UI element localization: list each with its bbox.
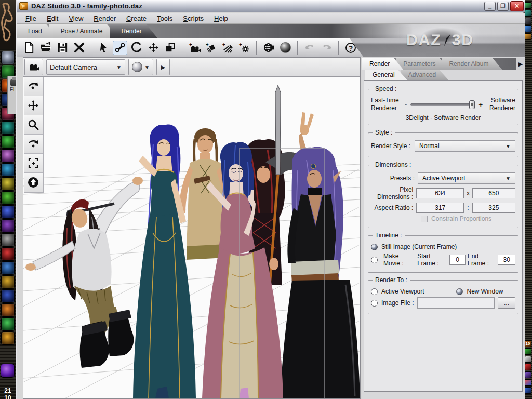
render-settings-button[interactable]	[278, 41, 292, 55]
app-icon	[19, 2, 28, 10]
slider-plus[interactable]: +	[477, 101, 484, 109]
desktop-icon-clover[interactable]	[1, 191, 15, 205]
end-frame-field[interactable]: 30	[498, 255, 515, 265]
rotate-view-button[interactable]	[24, 135, 43, 154]
desktop-icon-green-burst[interactable]	[1, 135, 15, 149]
image-file-field[interactable]	[417, 297, 495, 309]
open-file-button[interactable]	[38, 41, 53, 55]
desktop-icon-teal[interactable]	[1, 121, 15, 135]
tray-icon-document[interactable]	[525, 33, 531, 40]
tray-icon-feather[interactable]	[525, 25, 531, 32]
tray-icon-gem[interactable]	[525, 10, 531, 17]
delete-button[interactable]	[72, 41, 86, 55]
desktop-icon-blue-diamond[interactable]	[1, 289, 15, 303]
restore-button[interactable]: ❐	[497, 2, 509, 11]
create-camera-button[interactable]: +	[187, 41, 202, 55]
tray-icon-bars[interactable]	[525, 348, 531, 355]
desktop-icon-lightning[interactable]	[1, 205, 15, 219]
new-camera-icon: +	[189, 42, 201, 54]
create-point-light-button[interactable]: +	[237, 41, 251, 55]
start-frame-field[interactable]: 0	[449, 255, 465, 265]
desktop-icon-red[interactable]	[1, 247, 15, 261]
desktop-icon-cyan-star[interactable]	[1, 163, 15, 177]
close-button[interactable]: ✕	[510, 1, 524, 11]
reset-view-button[interactable]	[24, 173, 43, 192]
pixel-width-field[interactable]: 634	[416, 188, 464, 198]
aspect-height-field[interactable]: 325	[472, 203, 515, 213]
make-movie-radio[interactable]	[371, 257, 378, 263]
camera-menu-button[interactable]	[24, 59, 43, 75]
orbit-button[interactable]	[24, 77, 43, 96]
tray-icon-computer[interactable]	[525, 371, 531, 378]
panel-subtab-advanced[interactable]: Advanced	[401, 70, 448, 80]
desktop-icon-blue-skeleton[interactable]	[1, 261, 15, 275]
pixel-height-field[interactable]: 650	[472, 188, 515, 198]
browse-button[interactable]: ...	[498, 297, 515, 309]
desktop-icon-gray[interactable]	[1, 233, 15, 247]
panel-tab-scroll-button[interactable]: ▶	[516, 58, 525, 70]
menu-view[interactable]: View	[64, 14, 88, 23]
desktop-icon-flame[interactable]	[1, 331, 15, 345]
menu-create[interactable]: Create	[122, 14, 151, 23]
render-style-select[interactable]: Normal ▼	[415, 140, 515, 152]
slider-handle[interactable]	[469, 100, 475, 109]
draw-style-button[interactable]: ▼	[128, 59, 153, 75]
desktop-purple-logo-icon[interactable]	[1, 364, 15, 378]
tray-icon-lamp[interactable]	[525, 356, 531, 363]
render-general-page: Speed : Fast-TimeRenderer - + SoftwareRe…	[364, 80, 523, 392]
menu-scripts[interactable]: Scripts	[178, 14, 208, 23]
create-spotlight-button[interactable]: +	[204, 41, 218, 55]
render-button[interactable]	[261, 41, 276, 55]
new-window-radio[interactable]	[456, 288, 463, 295]
menu-file[interactable]: File	[21, 14, 41, 23]
viewport-scene[interactable]	[23, 77, 360, 398]
tray-icon-camera[interactable]	[525, 18, 531, 24]
tray-icon-grid[interactable]	[525, 379, 531, 386]
presets-select[interactable]: Active Viewport ▼	[418, 172, 515, 184]
translate-tool-button[interactable]	[146, 41, 161, 55]
desktop-icon-ghost[interactable]	[1, 51, 15, 64]
save-file-button[interactable]	[55, 41, 70, 55]
rotate-tool-button[interactable]	[129, 41, 144, 55]
dolly-zoom-button[interactable]	[24, 115, 43, 135]
desktop-icon-purple-burst[interactable]	[1, 149, 15, 163]
tray-icon-alarm[interactable]	[525, 364, 531, 370]
speed-slider[interactable]	[410, 100, 475, 109]
menu-tools[interactable]: Tools	[152, 14, 177, 23]
tray-icon-globe[interactable]	[525, 387, 531, 394]
title-bar[interactable]: DAZ Studio 3.0 - family-photo.daz _ ❐ ✕	[17, 0, 525, 12]
tray-icon-badge-10[interactable]: 10	[525, 340, 531, 347]
still-image-radio[interactable]	[371, 244, 378, 250]
new-file-button[interactable]	[22, 41, 36, 55]
bone-tool-button[interactable]	[113, 41, 127, 55]
create-distant-light-button[interactable]: +	[220, 41, 235, 55]
node-select-tool-button[interactable]	[96, 41, 111, 55]
panel-tab-parameters[interactable]: Parameters	[396, 58, 449, 70]
desktop-icon-yellow[interactable]	[1, 177, 15, 191]
desktop-icon-gold-figure[interactable]	[1, 275, 15, 289]
surface-select-tool-button[interactable]	[163, 41, 177, 55]
minimize-button[interactable]: _	[484, 2, 496, 11]
panel-subtab-general[interactable]: General	[365, 70, 407, 80]
viewport-options-button[interactable]: ▶	[156, 59, 170, 75]
active-viewport-radio[interactable]	[371, 288, 378, 295]
slider-minus[interactable]: -	[403, 101, 408, 109]
frame-button[interactable]	[24, 154, 43, 173]
aspect-width-field[interactable]: 317	[416, 203, 464, 213]
tab-pose-animate[interactable]: Pose / Animate	[49, 24, 118, 38]
desktop-icon-orange-swirl[interactable]	[1, 303, 15, 317]
desktop-icon-green-orb[interactable]	[1, 317, 15, 331]
menu-render[interactable]: Render	[89, 14, 121, 23]
menu-help[interactable]: Help	[209, 14, 233, 23]
viewport[interactable]: Default Camera ▼ ▼ ▶	[23, 57, 361, 399]
end-frame-label: End Frame :	[468, 252, 496, 267]
panel-tab-render-album[interactable]: Render Album	[442, 58, 502, 70]
desktop-icon-violet[interactable]	[1, 219, 15, 233]
tray-icon-monitor[interactable]	[525, 2, 531, 9]
tab-render[interactable]: Render	[110, 24, 157, 38]
image-file-radio[interactable]	[371, 300, 378, 307]
menu-edit[interactable]: Edit	[42, 14, 63, 23]
camera-selector[interactable]: Default Camera ▼	[46, 59, 125, 75]
pan-button[interactable]	[24, 96, 43, 115]
slider-track[interactable]	[410, 103, 474, 106]
